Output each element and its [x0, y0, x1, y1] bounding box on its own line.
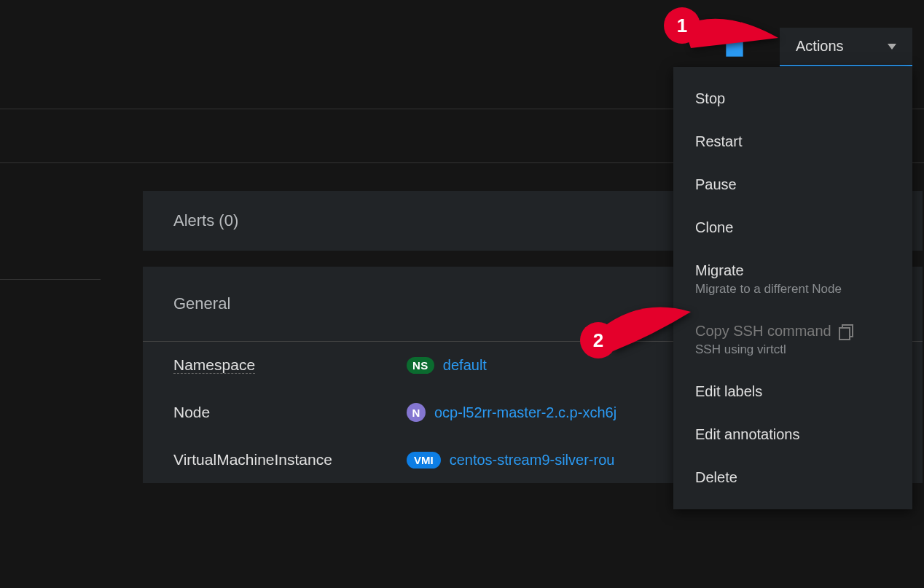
- menu-item-edit-labels[interactable]: Edit labels: [673, 370, 912, 413]
- menu-item-pause[interactable]: Pause: [673, 163, 912, 206]
- menu-item-stop[interactable]: Stop: [673, 77, 912, 120]
- general-title: General: [173, 294, 230, 313]
- caret-down-icon: [888, 44, 896, 50]
- stop-icon[interactable]: [724, 38, 745, 58]
- left-column: [0, 163, 101, 483]
- copy-icon: [839, 324, 852, 339]
- vmi-badge: VMI: [407, 452, 441, 469]
- namespace-key: Namespace: [173, 356, 255, 374]
- menu-item-restart[interactable]: Restart: [673, 120, 912, 163]
- vmi-link[interactable]: centos-stream9-silver-rou: [450, 452, 615, 469]
- namespace-link[interactable]: default: [443, 357, 487, 374]
- actions-dropdown-menu: Stop Restart Pause Clone Migrate Migrate…: [673, 67, 912, 509]
- menu-item-copy-ssh-sub: SSH using virtctl: [695, 342, 890, 357]
- menu-item-copy-ssh[interactable]: Copy SSH command SSH using virtctl: [673, 310, 912, 370]
- node-badge: N: [407, 403, 426, 422]
- node-key: Node: [173, 404, 407, 421]
- menu-item-edit-annotations[interactable]: Edit annotations: [673, 413, 912, 456]
- node-link[interactable]: ocp-l52rr-master-2.c.p-xch6j: [434, 404, 616, 421]
- menu-item-copy-ssh-title: Copy SSH command: [695, 323, 890, 340]
- menu-item-copy-ssh-label: Copy SSH command: [695, 323, 831, 340]
- menu-item-stop-label: Stop: [695, 90, 890, 107]
- alerts-title: Alerts (0): [173, 211, 238, 230]
- menu-item-migrate[interactable]: Migrate Migrate to a different Node: [673, 249, 912, 310]
- menu-item-delete-label: Delete: [695, 469, 890, 486]
- vmi-key: VirtualMachineInstance: [173, 451, 407, 469]
- menu-item-clone[interactable]: Clone: [673, 206, 912, 249]
- menu-item-delete[interactable]: Delete: [673, 456, 912, 499]
- menu-item-edit-labels-label: Edit labels: [695, 383, 890, 400]
- actions-dropdown-button[interactable]: Actions: [780, 28, 912, 66]
- left-block: [0, 163, 101, 280]
- svg-rect-0: [726, 39, 743, 56]
- ns-badge: NS: [407, 357, 434, 374]
- menu-item-restart-label: Restart: [695, 133, 890, 150]
- menu-item-edit-annotations-label: Edit annotations: [695, 426, 890, 443]
- actions-label: Actions: [796, 38, 844, 55]
- menu-item-pause-label: Pause: [695, 176, 890, 193]
- menu-item-clone-label: Clone: [695, 219, 890, 236]
- menu-item-migrate-sub: Migrate to a different Node: [695, 282, 890, 297]
- menu-item-migrate-label: Migrate: [695, 262, 890, 279]
